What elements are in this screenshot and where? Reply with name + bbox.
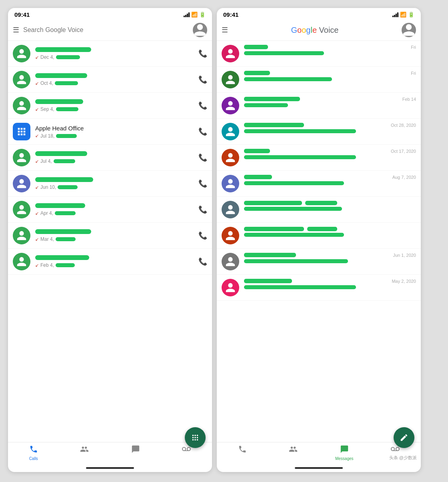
msg-item-2[interactable]: Fri <box>217 67 421 93</box>
msg-item-5[interactable]: Oct 17, 2020 <box>217 145 421 171</box>
msg-item-7[interactable] <box>217 197 421 223</box>
call-icon-6[interactable]: 📞 <box>198 179 207 188</box>
date-4: Jul 18, <box>40 133 54 139</box>
date-bar-8 <box>56 237 76 241</box>
user-avatar-right[interactable] <box>402 23 416 37</box>
msg-name-4 <box>244 123 304 127</box>
msg-item-9[interactable]: Jun 1, 2020 <box>217 249 421 275</box>
call-icon-2[interactable]: 📞 <box>198 75 207 84</box>
call-item-2[interactable]: ↙ Oct 4, 📞 <box>8 67 212 93</box>
msg-date-3: Feb 14 <box>402 97 416 102</box>
menu-icon-right[interactable]: ☰ <box>222 26 228 34</box>
msg-item-3[interactable]: Feb 14 <box>217 93 421 119</box>
msg-date-10: May 2, 2020 <box>392 279 416 284</box>
messages-nav-label-right: Messages <box>335 456 354 461</box>
contacts-nav-icon-right <box>289 445 298 456</box>
call-item-5[interactable]: ↙ Jul 4, 📞 <box>8 145 212 171</box>
call-info-3: ↙ Sep 4, <box>35 99 194 112</box>
home-indicator-right <box>295 467 343 469</box>
svg-point-0 <box>192 435 194 436</box>
msg-date-1: Fri <box>411 45 416 50</box>
call-item-4[interactable]: Apple Head Office ↙ Jul 18, 📞 <box>8 119 212 145</box>
date-bar-4 <box>56 134 77 138</box>
avatar-8 <box>13 227 30 244</box>
call-icon-8[interactable]: 📞 <box>198 231 207 240</box>
msg-content-5: Oct 17, 2020 <box>244 149 416 159</box>
date-2: Oct 4, <box>40 80 53 86</box>
nav-voicemail-left[interactable] <box>161 445 212 461</box>
msg-content-6: Aug 7, 2020 <box>244 175 416 185</box>
wifi-icon-left: 📶 <box>191 12 198 18</box>
call-icon-5[interactable]: 📞 <box>198 153 207 162</box>
avatar-5 <box>13 149 30 166</box>
call-info-5: ↙ Jul 4, <box>35 151 194 164</box>
nav-calls-left[interactable]: Calls <box>8 445 59 461</box>
msg-content-7 <box>244 201 416 211</box>
call-icon-1[interactable]: 📞 <box>198 49 207 58</box>
msg-item-4[interactable]: Oct 28, 2020 <box>217 119 421 145</box>
svg-point-6 <box>192 439 194 441</box>
msg-content-8 <box>244 227 416 237</box>
date-bar-2 <box>55 81 78 85</box>
nav-voicemail-right[interactable] <box>370 445 421 461</box>
date-8: Mar 4, <box>40 236 54 242</box>
call-item-1[interactable]: ↙ Dec 4, 📞 <box>8 41 212 67</box>
status-bar-right: 09:41 📶 🔋 <box>217 8 421 20</box>
msg-item-1[interactable]: Fri <box>217 41 421 67</box>
nav-contacts-right[interactable] <box>268 445 319 461</box>
time-left: 09:41 <box>14 11 30 18</box>
msg-name-9 <box>244 253 296 257</box>
call-item-6[interactable]: ↙ Jun 10, 📞 <box>8 171 212 197</box>
call-icon-4[interactable]: 📞 <box>198 127 207 136</box>
search-placeholder: Search Google Voice <box>23 26 189 34</box>
calls-nav-label: Calls <box>29 456 38 461</box>
nav-messages-right[interactable]: Messages <box>319 445 370 461</box>
call-info-2: ↙ Oct 4, <box>35 73 194 86</box>
msg-item-8[interactable] <box>217 223 421 249</box>
call-icon-7[interactable]: 📞 <box>198 205 207 214</box>
call-icon-3[interactable]: 📞 <box>198 101 207 110</box>
msg-item-10[interactable]: May 2, 2020 <box>217 275 421 301</box>
msg-preview-8 <box>244 233 344 237</box>
avatar-9 <box>13 253 30 270</box>
msg-name-2 <box>244 71 270 75</box>
status-icons-left: 📶 🔋 <box>184 12 206 18</box>
svg-point-2 <box>197 435 198 436</box>
home-bar-left <box>8 464 212 472</box>
compose-fab[interactable] <box>394 427 414 448</box>
call-info-7: ↙ Apr 4, <box>35 203 194 216</box>
call-icon-9[interactable]: 📞 <box>198 257 207 266</box>
messages-nav-icon <box>131 445 140 456</box>
call-info-6: ↙ Jun 10, <box>35 177 194 190</box>
dialpad-fab[interactable] <box>185 427 206 448</box>
msg-content-1: Fri <box>244 45 416 55</box>
home-indicator-left <box>86 467 134 469</box>
avatar-3 <box>13 97 30 114</box>
call-item-8[interactable]: ↙ Mar 4, 📞 <box>8 223 212 249</box>
msg-name-5 <box>244 149 270 153</box>
battery-icon-left: 🔋 <box>199 12 206 18</box>
nav-messages-left[interactable] <box>110 445 161 461</box>
name-bar-2 <box>35 73 87 78</box>
contacts-nav-icon <box>80 445 89 456</box>
left-phone: 09:41 📶 🔋 ☰ Search Google Voice <box>8 8 212 472</box>
search-header: ☰ Search Google Voice <box>8 20 212 41</box>
call-info-8: ↙ Mar 4, <box>35 229 194 242</box>
nav-calls-right[interactable] <box>217 445 268 461</box>
call-item-7[interactable]: ↙ Apr 4, 📞 <box>8 197 212 223</box>
avatar-6 <box>13 175 30 192</box>
call-item-9[interactable]: ↙ Feb 4, 📞 <box>8 249 212 275</box>
search-bar[interactable]: ☰ Search Google Voice <box>13 26 189 34</box>
msg-date-6: Aug 7, 2020 <box>392 175 416 180</box>
date-6: Jun 10, <box>40 184 56 190</box>
msg-extra-7 <box>305 201 337 205</box>
msg-preview-9 <box>244 259 348 263</box>
msg-item-6[interactable]: Aug 7, 2020 <box>217 171 421 197</box>
nav-contacts-left[interactable] <box>59 445 110 461</box>
menu-icon[interactable]: ☰ <box>13 26 19 34</box>
user-avatar-left[interactable] <box>193 23 207 37</box>
call-item-3[interactable]: ↙ Sep 4, 📞 <box>8 93 212 119</box>
date-bar-6 <box>58 185 78 189</box>
date-7: Apr 4, <box>40 210 53 216</box>
msg-date-9: Jun 1, 2020 <box>393 253 416 258</box>
